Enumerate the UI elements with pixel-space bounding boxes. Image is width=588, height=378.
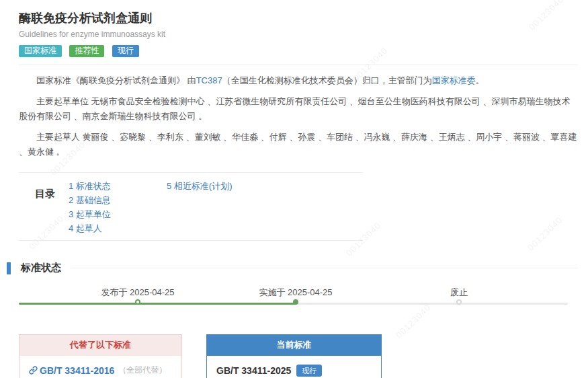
overview-text-3: 。 — [476, 75, 485, 85]
current-card-body: GB/T 33411-2025 现行 酶联免疫分析试剂盒通则 — [207, 356, 381, 378]
toc-column-1: 1 标准状态 2 基础信息 3 起草单位 4 起草人 — [69, 179, 167, 235]
relation-cards: 代替了以下标准 GB/T 33411-2016 （全部代替） 酶联免疫分析试剂盒… — [19, 334, 578, 378]
timeline-node-abolished — [456, 299, 462, 305]
overview-text-1: 国家标准《酶联免疫分析试剂盒通则》 由 — [36, 75, 196, 85]
current-standard-code: GB/T 33411-2025 — [216, 365, 291, 376]
status-timeline: 发布于 2025-04-25 实施于 2025-04-25 废止 — [19, 285, 578, 320]
replaced-card-header: 代替了以下标准 — [19, 335, 181, 356]
section-header-rule — [71, 268, 578, 268]
toc-item-similar-standards[interactable]: 5 相近标准(计划) — [167, 179, 265, 193]
replaced-standard-code: GB/T 33411-2016 — [40, 365, 114, 376]
paragraph-overview: 国家标准《酶联免疫分析试剂盒通则》 由TC387（全国生化检测标准化技术委员会）… — [19, 73, 578, 88]
timeline-label-abolished: 废止 — [450, 287, 468, 299]
replaced-card-body: GB/T 33411-2016 （全部代替） 酶联免疫分析试剂盒通则 — [19, 356, 181, 378]
timeline-line-future — [296, 303, 568, 305]
toc-item-standard-status[interactable]: 1 标准状态 — [69, 179, 167, 193]
badge-national-standard: 国家标准 — [19, 45, 62, 57]
standards-committee-link[interactable]: 国家标准委 — [432, 75, 476, 85]
paragraph-drafting-people: 主要起草人 黄丽俊 、宓晓黎 、李利东 、董刘敏 、华佳淼 、付辉 、孙震 、车… — [19, 130, 578, 159]
toc-label: 目录 — [35, 188, 69, 235]
timeline-node-published — [135, 299, 140, 305]
toc-item-basic-info[interactable]: 2 基础信息 — [69, 193, 167, 207]
badge-recommended: 推荐性 — [69, 45, 104, 57]
content-area: 酶联免疫分析试剂盒通则 Guidelines for enzyme immuno… — [0, 0, 588, 378]
tc387-link[interactable]: TC387 — [196, 75, 222, 85]
toc-item-drafting-units[interactable]: 3 起草单位 — [69, 207, 167, 221]
toc-column-2: 5 相近标准(计划) — [167, 179, 265, 235]
timeline-line-active — [19, 303, 296, 305]
paragraph-drafting-units: 主要起草单位 无锡市食品安全检验检测中心 、江苏省微生物研究所有限责任公司 、烟… — [19, 94, 578, 124]
timeline-node-implemented — [293, 299, 298, 305]
header-divider — [19, 65, 578, 65]
page-title: 酶联免疫分析试剂盒通则 — [19, 11, 578, 26]
current-card-header: 当前标准 — [207, 335, 381, 356]
replaced-standard-link[interactable]: GB/T 33411-2016 — [29, 365, 114, 376]
toc-item-drafters[interactable]: 4 起草人 — [69, 221, 167, 235]
page-subtitle-en: Guidelines for enzyme immunoassays kit — [19, 30, 578, 39]
replace-scope-note: （全部代替） — [118, 365, 167, 376]
current-standard-card: 当前标准 GB/T 33411-2025 现行 酶联免疫分析试剂盒通则 — [206, 334, 382, 378]
badge-status-active: 现行 — [112, 45, 139, 57]
current-status-badge: 现行 — [296, 365, 322, 377]
link-icon — [29, 366, 38, 375]
section-accent-bar — [7, 262, 11, 274]
standard-detail-page: 00123040 00123040 00123040 00123040 0012… — [0, 0, 588, 378]
replaced-standard-card: 代替了以下标准 GB/T 33411-2016 （全部代替） 酶联免疫分析试剂盒… — [19, 334, 182, 378]
section-title: 标准状态 — [21, 262, 61, 274]
timeline-label-published: 发布于 2025-04-25 — [101, 287, 174, 299]
section-header-standard-status: 标准状态 — [19, 262, 578, 274]
timeline-label-implemented: 实施于 2025-04-25 — [259, 287, 332, 299]
overview-text-2: （全国生化检测标准化技术委员会）归口，主管部门为 — [222, 75, 432, 85]
table-of-contents: 目录 1 标准状态 2 基础信息 3 起草单位 4 起草人 5 相近标准(计划) — [19, 172, 363, 241]
badge-row: 国家标准 推荐性 现行 — [19, 44, 578, 57]
